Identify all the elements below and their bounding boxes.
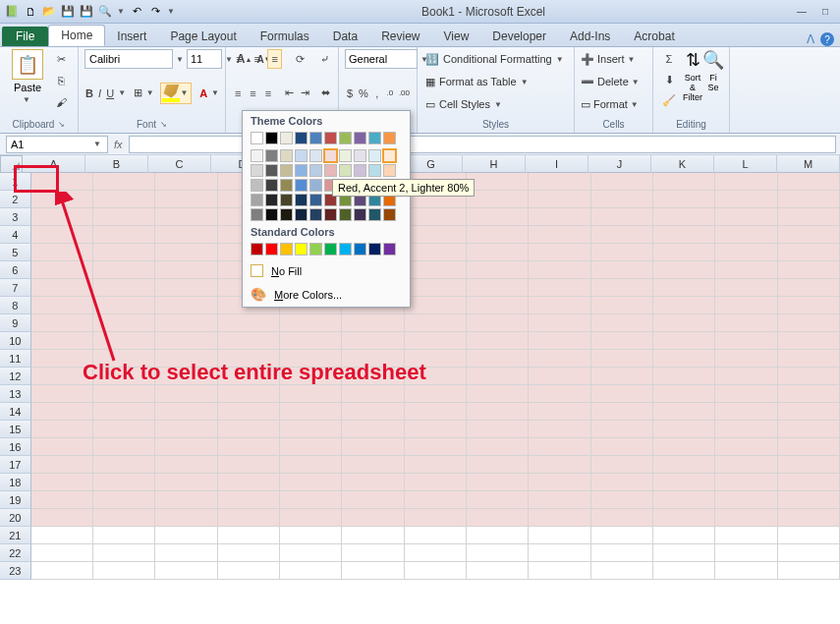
color-swatch[interactable] — [280, 243, 293, 255]
color-swatch[interactable] — [324, 132, 337, 144]
cell[interactable] — [342, 491, 404, 509]
cell[interactable] — [155, 562, 217, 580]
cell[interactable] — [342, 385, 404, 403]
cell[interactable] — [155, 208, 217, 226]
column-header[interactable]: K — [651, 155, 714, 173]
cell[interactable] — [31, 562, 93, 580]
formula-bar[interactable] — [129, 136, 836, 153]
cell[interactable] — [778, 527, 840, 544]
color-swatch[interactable] — [383, 208, 396, 221]
cell[interactable] — [591, 474, 653, 491]
cell[interactable] — [653, 279, 715, 297]
column-header[interactable]: B — [85, 155, 148, 173]
cell[interactable] — [715, 368, 777, 385]
cell[interactable] — [653, 173, 715, 191]
chevron-down-icon[interactable]: ▼ — [93, 140, 103, 148]
color-swatch[interactable] — [309, 179, 322, 192]
color-swatch[interactable] — [295, 164, 308, 177]
color-swatch[interactable] — [265, 149, 278, 162]
cell[interactable] — [280, 421, 342, 438]
chevron-down-icon[interactable]: ▼ — [146, 88, 154, 97]
save-icon[interactable]: 💾 — [60, 4, 76, 20]
chevron-down-icon[interactable]: ▼ — [118, 88, 126, 97]
cell[interactable] — [591, 314, 653, 332]
cell[interactable] — [467, 350, 529, 368]
cell[interactable] — [218, 438, 280, 456]
tab-view[interactable]: View — [432, 27, 481, 46]
select-all-button[interactable] — [0, 155, 23, 173]
cell[interactable] — [93, 421, 155, 438]
cell[interactable] — [342, 474, 404, 491]
cell[interactable] — [653, 332, 715, 350]
cell[interactable] — [778, 173, 840, 191]
color-swatch[interactable] — [251, 208, 263, 221]
cell[interactable] — [31, 279, 93, 297]
color-swatch[interactable] — [309, 149, 322, 162]
increase-decimal-icon[interactable]: .0 — [385, 84, 395, 103]
cell[interactable] — [93, 438, 155, 456]
cell[interactable] — [155, 173, 217, 191]
cell[interactable] — [529, 368, 590, 385]
minimize-icon[interactable]: — — [791, 4, 812, 20]
cell[interactable] — [591, 562, 653, 580]
cell[interactable] — [653, 456, 715, 474]
cell[interactable] — [778, 244, 840, 261]
cell[interactable] — [653, 244, 715, 261]
cell[interactable] — [529, 491, 590, 509]
cell[interactable] — [591, 403, 653, 421]
decrease-decimal-icon[interactable]: .00 — [398, 84, 411, 103]
font-color-button[interactable]: A — [198, 84, 208, 103]
orientation-icon[interactable]: ⟳ — [293, 49, 308, 69]
cell[interactable] — [218, 314, 280, 332]
cell[interactable] — [467, 226, 529, 244]
cell[interactable] — [715, 421, 777, 438]
cell[interactable] — [31, 544, 93, 562]
comma-icon[interactable]: , — [372, 84, 382, 103]
cell[interactable] — [591, 438, 653, 456]
cell[interactable] — [405, 279, 467, 297]
decrease-indent-icon[interactable]: ⇤ — [283, 84, 295, 103]
cell[interactable] — [93, 226, 155, 244]
cell[interactable] — [467, 297, 529, 314]
cell[interactable] — [467, 474, 529, 491]
cell[interactable] — [93, 208, 155, 226]
row-header[interactable]: 14 — [0, 403, 31, 421]
color-swatch[interactable] — [354, 208, 366, 221]
color-swatch[interactable] — [309, 243, 322, 255]
color-swatch[interactable] — [339, 243, 352, 255]
color-swatch[interactable] — [265, 132, 278, 144]
cell[interactable] — [715, 279, 777, 297]
color-swatch[interactable] — [339, 164, 352, 177]
cell[interactable] — [280, 491, 342, 509]
column-header[interactable]: J — [588, 155, 651, 173]
cell[interactable] — [778, 491, 840, 509]
cell[interactable] — [218, 562, 280, 580]
cell[interactable] — [155, 527, 217, 544]
cell[interactable] — [529, 208, 590, 226]
cell[interactable] — [467, 385, 529, 403]
align-left-icon[interactable]: ≡ — [232, 84, 244, 103]
align-right-icon[interactable]: ≡ — [262, 84, 274, 103]
tab-data[interactable]: Data — [321, 27, 369, 46]
color-swatch[interactable] — [368, 208, 381, 221]
cell[interactable] — [93, 456, 155, 474]
cell[interactable] — [715, 474, 777, 491]
cell[interactable] — [280, 509, 342, 527]
tab-formulas[interactable]: Formulas — [249, 27, 321, 46]
color-swatch[interactable] — [339, 132, 352, 144]
cell[interactable] — [715, 544, 777, 562]
color-swatch[interactable] — [309, 194, 322, 206]
cell[interactable] — [218, 544, 280, 562]
cell[interactable] — [653, 368, 715, 385]
cell[interactable] — [778, 421, 840, 438]
cell[interactable] — [31, 509, 93, 527]
underline-button[interactable]: U — [105, 84, 115, 103]
cell[interactable] — [93, 261, 155, 279]
color-swatch[interactable] — [265, 208, 278, 221]
color-swatch[interactable] — [265, 243, 278, 255]
row-header[interactable]: 1 — [0, 173, 31, 191]
cell[interactable] — [93, 474, 155, 491]
cell[interactable] — [653, 314, 715, 332]
cell[interactable] — [778, 261, 840, 279]
color-swatch[interactable] — [324, 208, 337, 221]
